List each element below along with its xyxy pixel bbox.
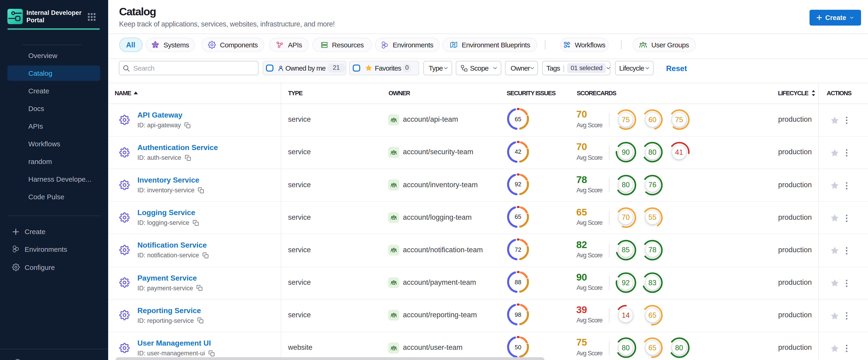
svg-text:A: A xyxy=(453,43,455,46)
